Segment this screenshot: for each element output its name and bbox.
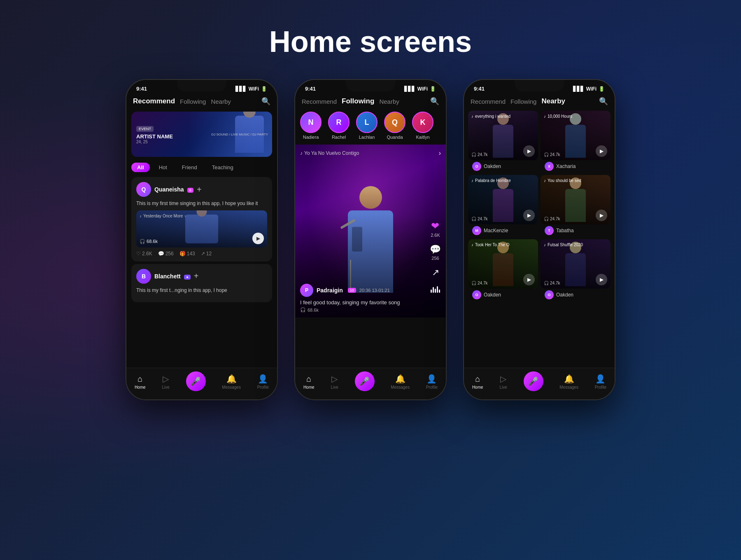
bar-1 [431, 289, 432, 293]
likes-stat[interactable]: ♡ 2.6K [136, 251, 152, 257]
signal-icon: ▋▋▋ [235, 86, 247, 92]
filter-all[interactable]: All [131, 163, 150, 172]
tab-nearby-2[interactable]: Nearby [379, 98, 399, 105]
wifi-icon-2: WiFi [417, 86, 428, 92]
share-action[interactable]: ↗ [432, 267, 439, 278]
nearby-stats-3: 🎧 24.7k [471, 217, 487, 221]
story-quanda[interactable]: Q Quanda [384, 112, 405, 140]
mic-button-1[interactable]: 🎤 [186, 371, 206, 391]
bar-2 [433, 287, 434, 293]
story-kaitlyn[interactable]: K Kaitlyn [412, 112, 433, 140]
like-action[interactable]: ❤ 2.6K [431, 220, 440, 238]
nearby-avatar-4[interactable]: T [545, 226, 554, 235]
tab-following-3[interactable]: Following [510, 98, 536, 105]
filter-friend[interactable]: Friend [176, 163, 203, 172]
search-icon-1[interactable]: 🔍 [261, 97, 270, 106]
play-btn-1[interactable]: ▶ [252, 233, 264, 244]
tab-following-1[interactable]: Following [180, 98, 206, 105]
nav-profile-1[interactable]: 👤 Profile [257, 374, 269, 390]
nav-home-2[interactable]: ⌂ Home [303, 374, 315, 390]
tab-nearby-1[interactable]: Nearby [211, 98, 231, 105]
music-note-3-3: ♪ [471, 178, 473, 183]
nearby-play-1[interactable]: ▶ [523, 145, 535, 157]
search-icon-2[interactable]: 🔍 [430, 97, 439, 106]
profile-icon-1: 👤 [258, 374, 268, 384]
nearby-avatar-2[interactable]: X [545, 162, 554, 171]
page-title: Home screens [269, 25, 472, 58]
nav-live-1[interactable]: ▷ Live [162, 374, 169, 390]
nearby-song-2: ♪ 10,000 Hours [544, 114, 607, 119]
nearby-item-4[interactable]: ♪ You should be sed 🎧 24.7k ▶ [541, 175, 611, 224]
nearby-item-6[interactable]: ♪ Futsal Shuffle 2020 🎧 24.7k ▶ [541, 239, 611, 289]
phone-nearby: 9:41 ▋▋▋ WiFi 🔋 Recommend Following Near… [463, 79, 615, 400]
live-icon-1: ▷ [163, 374, 169, 384]
nav-home-1[interactable]: ⌂ Home [135, 374, 146, 390]
tab-recommend-3[interactable]: Recommend [471, 98, 506, 105]
shares-stat[interactable]: ↗ 12 [201, 251, 212, 257]
tab-recommend-1[interactable]: Recommend [133, 97, 175, 105]
nav-profile-2[interactable]: 👤 Profile [426, 374, 438, 390]
nearby-artist-row-6: O Oakden [541, 289, 611, 301]
nav-live-3[interactable]: ▷ Live [499, 374, 507, 390]
nearby-play-3[interactable]: ▶ [523, 210, 535, 221]
nearby-item-1[interactable]: ♪ everything i wanted 🎧 24.7k ▶ [468, 111, 538, 160]
nav-mic-3[interactable]: 🎤 [524, 371, 543, 392]
nearby-item-2[interactable]: ♪ 10,000 Hours 🎧 24.7k ▶ [541, 111, 611, 160]
banner-details: DJ SOUND / LIVE MUSIC / DJ PARTY [211, 133, 268, 136]
featured-avatar[interactable]: P [300, 284, 313, 297]
nearby-play-4[interactable]: ▶ [596, 210, 607, 221]
mic-button-3[interactable]: 🎤 [524, 371, 543, 391]
nearby-play-5[interactable]: ▶ [523, 274, 535, 285]
headphones-3-6: 🎧 [544, 281, 549, 285]
featured-user-info: P Padraigin 10 20:36 13-01:21 [300, 284, 421, 297]
filter-teaching[interactable]: Teaching [206, 163, 239, 172]
nav-messages-1[interactable]: 🔔 Messages [222, 374, 241, 390]
story-lachlan[interactable]: L Lachlan [356, 112, 377, 140]
event-banner[interactable]: EVENT ARTIST NAME 24, 25 DJ SOUND / LIVE… [131, 112, 272, 157]
story-name-kaitlyn: Kaitlyn [416, 135, 429, 140]
nearby-avatar-3[interactable]: M [472, 226, 481, 235]
tab-recommend-2[interactable]: Recommend [302, 98, 337, 105]
nav-messages-2[interactable]: 🔔 Messages [391, 374, 410, 390]
nav-home-3[interactable]: ⌂ Home [472, 374, 483, 390]
follow-btn-1[interactable]: + [197, 185, 202, 194]
tab-nearby-3[interactable]: Nearby [541, 97, 565, 105]
nearby-avatar-5[interactable]: O [472, 290, 481, 299]
time-3: 9:41 [474, 86, 485, 92]
nav-profile-3[interactable]: 👤 Profile [595, 374, 606, 390]
nearby-avatar-1[interactable]: O [472, 162, 481, 171]
avatar-blanchett[interactable]: B [136, 269, 151, 284]
time-2: 9:41 [305, 86, 316, 92]
filter-hot[interactable]: Hot [153, 163, 173, 172]
story-nadiera[interactable]: N Nadiera [300, 112, 322, 140]
gifts-stat[interactable]: 🎁 143 [179, 251, 195, 257]
tab-following-2[interactable]: Following [342, 97, 374, 105]
nearby-avatar-6[interactable]: O [545, 290, 554, 299]
nearby-item-5[interactable]: ♪ Took Her To The O 🎧 24.7k ▶ [468, 239, 538, 289]
mic-button-2[interactable]: 🎤 [355, 371, 375, 391]
nav-mic-2[interactable]: 🎤 [355, 371, 375, 392]
story-rachel[interactable]: R Rachel [328, 112, 350, 140]
nav-messages-3[interactable]: 🔔 Messages [559, 374, 578, 390]
headphones-icon-2: 🎧 [300, 307, 306, 313]
avatar-quaneisha[interactable]: Q [136, 182, 151, 197]
search-icon-3[interactable]: 🔍 [599, 97, 608, 106]
song-card-1[interactable]: ♪ Yesterday Once More › 🎧 [136, 210, 267, 247]
comment-icon-2: 💬 [430, 244, 441, 255]
profile-icon-3: 👤 [595, 374, 606, 384]
nearby-col-1: ♪ everything i wanted 🎧 24.7k ▶ O Oakd [468, 111, 538, 173]
nav-mic-1[interactable]: 🎤 [186, 371, 206, 392]
event-date: 24, 25 [136, 140, 173, 144]
comment-action[interactable]: 💬 256 [430, 244, 441, 261]
featured-username: Padraigin [317, 287, 343, 294]
follow-btn-2[interactable]: + [194, 271, 199, 281]
nearby-play-6[interactable]: ▶ [596, 274, 607, 285]
nearby-play-2[interactable]: ▶ [596, 145, 607, 157]
wifi-icon: WiFi [249, 86, 259, 92]
bell-icon-1: 🔔 [226, 374, 237, 384]
nearby-item-3[interactable]: ♪ Palabra de Hombre 🎧 24.7k ▶ [468, 175, 538, 224]
nearby-song-4: ♪ You should be sed [544, 178, 607, 183]
more-icon[interactable]: › [439, 149, 441, 157]
nav-live-2[interactable]: ▷ Live [331, 374, 338, 390]
comments-stat[interactable]: 💬 256 [158, 251, 174, 257]
